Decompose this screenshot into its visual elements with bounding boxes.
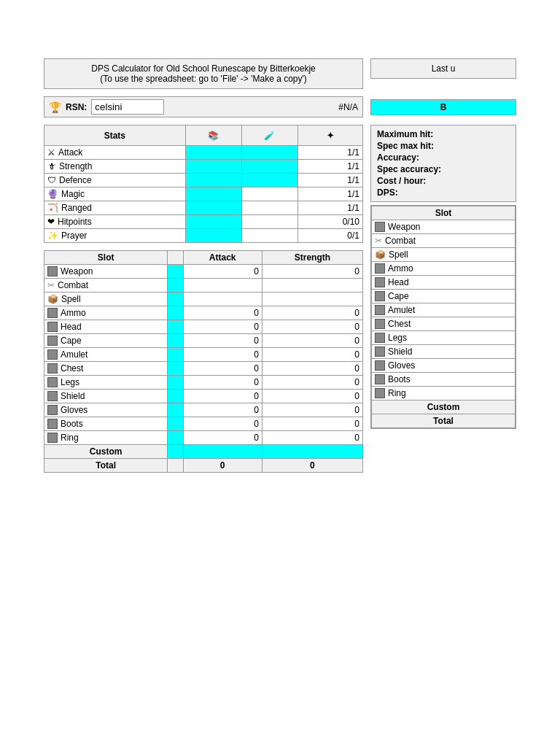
equip-ring-dropdown[interactable] bbox=[168, 431, 183, 445]
left-panel: Stats 📚 🧪 ✦ ⚔ Attack bbox=[44, 125, 363, 473]
right-amulet-label: Amulet bbox=[372, 303, 516, 317]
right-equip-col-slot: Slot bbox=[372, 206, 516, 220]
equip-boots-dropdown[interactable] bbox=[168, 417, 183, 431]
equip-gloves-strength: 0 bbox=[262, 403, 362, 417]
boots-slot-icon bbox=[47, 419, 58, 429]
header-left: DPS Calculator for Old School Runescape … bbox=[44, 58, 363, 89]
header-right: Last u bbox=[370, 58, 516, 79]
rsn-row: 🏆 RSN: #N/A B bbox=[44, 96, 516, 117]
equip-ammo-dropdown[interactable] bbox=[168, 306, 183, 320]
equip-weapon-label: Weapon bbox=[44, 265, 168, 279]
equip-combat-dropdown[interactable] bbox=[168, 279, 183, 293]
equip-gloves-attack: 0 bbox=[183, 403, 262, 417]
equip-amulet-dropdown[interactable] bbox=[168, 348, 183, 362]
head-slot-icon bbox=[47, 322, 58, 332]
right-equip-combat: ✂ Combat bbox=[372, 234, 516, 248]
info-box: Maximum hit: Spec max hit: Accuracy: Spe… bbox=[370, 125, 516, 202]
right-equip-amulet: Amulet bbox=[372, 303, 516, 317]
stat-strength-col1 bbox=[185, 160, 241, 174]
right-shield-label: Shield bbox=[372, 345, 516, 359]
ammo-slot-icon bbox=[47, 308, 58, 318]
right-legs-icon bbox=[375, 333, 385, 343]
right-chest-label: Chest bbox=[372, 317, 516, 331]
stat-attack-val: 1/1 bbox=[298, 146, 362, 160]
equip-row-gloves: Gloves 0 0 bbox=[44, 403, 363, 417]
ring-slot-icon bbox=[47, 433, 58, 443]
max-hit-label: Maximum hit: bbox=[377, 128, 510, 140]
equip-weapon-dropdown[interactable] bbox=[168, 265, 183, 279]
stat-hitpoints-label: ❤ Hitpoints bbox=[44, 215, 186, 229]
equip-legs-dropdown[interactable] bbox=[168, 376, 183, 390]
right-equip-ring: Ring bbox=[372, 387, 516, 400]
stats-col-icon1: 📚 bbox=[185, 125, 241, 146]
equip-amulet-attack: 0 bbox=[183, 348, 262, 362]
equip-combat-strength bbox=[262, 279, 362, 293]
rsn-right-label: B bbox=[440, 102, 447, 112]
shield-slot-icon bbox=[47, 391, 58, 401]
stat-row-attack: ⚔ Attack 1/1 bbox=[44, 146, 363, 160]
right-boots-icon bbox=[375, 374, 385, 384]
equip-total-attack: 0 bbox=[183, 459, 262, 473]
stat-row-defence: 🛡 Defence 1/1 bbox=[44, 174, 363, 187]
equip-row-amulet: Amulet 0 0 bbox=[44, 348, 363, 362]
equip-combat-label: ✂ Combat bbox=[44, 279, 168, 293]
right-cape-icon bbox=[375, 291, 385, 301]
equip-legs-attack: 0 bbox=[183, 376, 262, 390]
equip-col-slot: Slot bbox=[44, 251, 168, 265]
right-amulet-icon bbox=[375, 305, 385, 315]
last-updated-label: Last u bbox=[432, 63, 456, 74]
right-weapon-icon bbox=[375, 222, 385, 232]
stat-strength-label: 🗡 Strength bbox=[44, 160, 186, 174]
stat-attack-col2 bbox=[241, 146, 298, 160]
equip-shield-dropdown[interactable] bbox=[168, 390, 183, 403]
right-equip-gloves: Gloves bbox=[372, 359, 516, 373]
right-weapon-label: Weapon bbox=[372, 220, 516, 234]
stat-strength-col2 bbox=[241, 160, 298, 174]
stat-prayer-val: 0/1 bbox=[298, 229, 362, 243]
stat-row-strength: 🗡 Strength 1/1 bbox=[44, 160, 363, 174]
right-equip-spell: 📦 Spell bbox=[372, 248, 516, 262]
stat-defence-col2 bbox=[241, 174, 298, 187]
equip-cape-dropdown[interactable] bbox=[168, 334, 183, 348]
hitpoints-icon: ❤ bbox=[47, 217, 55, 227]
header-section: DPS Calculator for Old School Runescape … bbox=[44, 58, 516, 89]
equip-spell-dropdown[interactable] bbox=[168, 293, 183, 306]
equip-head-dropdown[interactable] bbox=[168, 320, 183, 334]
right-head-label: Head bbox=[372, 276, 516, 290]
rsn-input[interactable] bbox=[91, 99, 164, 115]
magic-icon: 🔮 bbox=[47, 189, 58, 199]
main-content: Stats 📚 🧪 ✦ ⚔ Attack bbox=[44, 125, 516, 473]
stat-defence-col1 bbox=[185, 174, 241, 187]
strength-icon: 🗡 bbox=[47, 161, 56, 171]
equip-legs-label: Legs bbox=[44, 376, 168, 390]
right-equip-ammo: Ammo bbox=[372, 262, 516, 276]
equip-row-ring: Ring 0 0 bbox=[44, 431, 363, 445]
equip-amulet-strength: 0 bbox=[262, 348, 362, 362]
right-ammo-icon bbox=[375, 263, 385, 274]
equip-custom-col4 bbox=[262, 445, 362, 459]
stat-ranged-val: 1/1 bbox=[298, 201, 362, 215]
equip-row-spell: 📦 Spell bbox=[44, 293, 363, 306]
equip-total-row: Total 0 0 bbox=[44, 459, 363, 473]
attack-icon: ⚔ bbox=[47, 147, 55, 158]
right-boots-label: Boots bbox=[372, 373, 516, 387]
right-gloves-label: Gloves bbox=[372, 359, 516, 373]
equip-shield-attack: 0 bbox=[183, 390, 262, 403]
equip-gloves-dropdown[interactable] bbox=[168, 403, 183, 417]
equip-ammo-strength: 0 bbox=[262, 306, 362, 320]
equip-row-cape: Cape 0 0 bbox=[44, 334, 363, 348]
equip-spell-strength bbox=[262, 293, 362, 306]
equip-total-strength: 0 bbox=[262, 459, 362, 473]
right-ammo-label: Ammo bbox=[372, 262, 516, 276]
equip-row-chest: Chest 0 0 bbox=[44, 362, 363, 376]
equip-col-dropdown bbox=[168, 251, 183, 265]
right-equip-section: Slot Weapon bbox=[370, 205, 516, 429]
right-shield-icon bbox=[375, 347, 385, 357]
right-combat-label: ✂ Combat bbox=[372, 234, 516, 248]
rsn-label: RSN: bbox=[66, 102, 87, 112]
equip-cape-attack: 0 bbox=[183, 334, 262, 348]
equip-custom-col2 bbox=[168, 445, 183, 459]
equip-total-label: Total bbox=[44, 459, 168, 473]
equip-chest-dropdown[interactable] bbox=[168, 362, 183, 376]
equip-head-label: Head bbox=[44, 320, 168, 334]
